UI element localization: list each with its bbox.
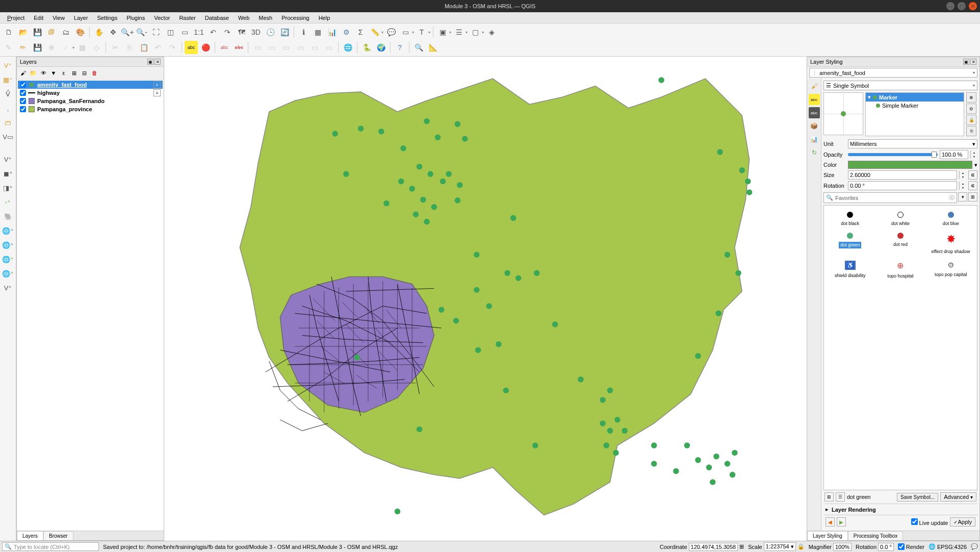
symbol-dot-blue[interactable]: dot blue bbox=[926, 210, 975, 229]
symbol-dot-white[interactable]: dot white bbox=[876, 210, 925, 229]
view-list-icon[interactable]: ☰ bbox=[836, 492, 845, 501]
add-spatialite-icon[interactable]: 🗃 bbox=[2, 116, 15, 129]
tab-layers[interactable]: Layers bbox=[17, 531, 43, 540]
tab-processing-toolbox[interactable]: Processing Toolbox bbox=[848, 531, 904, 540]
close-button[interactable]: ✕ bbox=[969, 2, 977, 10]
3d-tab-icon[interactable]: 📦 bbox=[809, 120, 820, 132]
crs-button[interactable]: 🌐 EPSG:4326 bbox=[929, 543, 967, 550]
annotation-icon[interactable]: T bbox=[415, 26, 428, 39]
python-icon[interactable]: 🐍 bbox=[360, 41, 373, 54]
new-3dview-icon[interactable]: 3D bbox=[249, 26, 263, 39]
plugin3-icon[interactable]: 📐 bbox=[426, 41, 440, 54]
add-postgis-icon[interactable]: 🐘 bbox=[2, 210, 15, 223]
layer-select[interactable]: ⋮amenity_fast_food▾ bbox=[809, 68, 977, 78]
menu-edit[interactable]: Edit bbox=[30, 14, 47, 22]
layer-checkbox[interactable] bbox=[20, 82, 26, 88]
back-icon[interactable]: ◀ bbox=[826, 517, 835, 526]
undo-icon[interactable]: ↶ bbox=[151, 41, 165, 54]
zoom-in-icon[interactable]: 🔍+ bbox=[121, 26, 134, 39]
layer-btn5-icon[interactable]: ▭ bbox=[308, 41, 321, 54]
zoom-out-icon[interactable]: 🔍- bbox=[135, 26, 148, 39]
layer-pampanga-sanfernando[interactable]: Pampanga_SanFernando bbox=[18, 97, 163, 105]
new-project-icon[interactable]: 🗋 bbox=[2, 26, 15, 39]
toggle-edit-icon[interactable]: ✏ bbox=[16, 41, 30, 54]
plugin2-icon[interactable]: 🔍 bbox=[412, 41, 425, 54]
layer-highway[interactable]: highway ≡ bbox=[18, 89, 163, 97]
layout-manager-icon[interactable]: 🗂 bbox=[59, 26, 72, 39]
menu-view[interactable]: View bbox=[48, 14, 69, 22]
expand-icon[interactable]: ⊞ bbox=[69, 68, 79, 78]
layer-btn3-icon[interactable]: ▭ bbox=[279, 41, 293, 54]
refresh-icon[interactable]: 🔄 bbox=[278, 26, 291, 39]
symbol-tree[interactable]: ▾Marker Simple Marker bbox=[865, 92, 964, 136]
symbol-style-icon[interactable]: ⊞ bbox=[968, 192, 977, 202]
labels-tab-icon[interactable]: abc bbox=[809, 94, 820, 105]
duplicate-symbol-icon[interactable]: ⎘ bbox=[966, 126, 976, 136]
layer-rendering-section[interactable]: ▸ Layer Rendering bbox=[823, 504, 977, 515]
menu-plugins[interactable]: Plugins bbox=[122, 14, 149, 22]
sigma-icon[interactable]: Σ bbox=[354, 26, 367, 39]
web-icon[interactable]: 🌍 bbox=[374, 41, 388, 54]
size-input[interactable]: 2.60000 bbox=[848, 170, 957, 180]
layer-checkbox[interactable] bbox=[20, 106, 26, 112]
layer-btn4-icon[interactable]: ▭ bbox=[294, 41, 307, 54]
new-shape-icon[interactable]: ◦⁺ bbox=[2, 195, 15, 209]
view-grid-icon[interactable]: ⊞ bbox=[824, 492, 834, 501]
size-override-icon[interactable]: ⋐ bbox=[968, 170, 977, 180]
pan-icon[interactable]: ✋ bbox=[92, 26, 106, 39]
menu-project[interactable]: PProjectroject bbox=[3, 14, 29, 22]
add-virtual2-icon[interactable]: V⁺ bbox=[2, 281, 15, 294]
menu-database[interactable]: Database bbox=[201, 14, 233, 22]
add-wcs-icon[interactable]: 🌐⁺ bbox=[2, 267, 15, 280]
live-update-check[interactable]: Live update bbox=[911, 518, 948, 526]
open-project-icon[interactable]: 📂 bbox=[16, 26, 30, 39]
close-panel-icon[interactable]: ✕ bbox=[970, 59, 976, 65]
history-tab-icon[interactable]: ↻ bbox=[809, 147, 820, 158]
renderer-select[interactable]: ☰ Single Symbol▾ bbox=[823, 81, 977, 90]
label-tool1-icon[interactable]: abc bbox=[218, 41, 231, 54]
new-spatialite-icon[interactable]: ◨⁺ bbox=[2, 181, 15, 194]
style-manager-icon[interactable]: 🎨 bbox=[73, 26, 87, 39]
scale-input[interactable]: 1:223754 ▾ bbox=[764, 542, 796, 551]
symbology-tab-icon[interactable]: 🖌 bbox=[809, 81, 820, 92]
field-calc-icon[interactable]: 📊 bbox=[325, 26, 339, 39]
opacity-slider[interactable] bbox=[848, 153, 938, 156]
maximize-button[interactable]: ▢ bbox=[958, 2, 966, 10]
new-layout-icon[interactable]: 🗊 bbox=[45, 26, 58, 39]
symbol-dot-black[interactable]: dot black bbox=[826, 210, 874, 229]
layer-indicator-icon[interactable]: ≡ bbox=[153, 81, 161, 88]
lock-icon[interactable]: 🔒 bbox=[797, 543, 805, 550]
visibility-icon[interactable]: 👁 bbox=[39, 68, 48, 78]
menu-mesh[interactable]: Mesh bbox=[254, 14, 276, 22]
layer-pampanga-province[interactable]: Pampanga_province bbox=[18, 105, 163, 113]
forward-icon[interactable]: ▶ bbox=[837, 517, 846, 526]
add-virtual-icon[interactable]: V▭ bbox=[2, 130, 15, 143]
expr-icon[interactable]: ε bbox=[59, 68, 68, 78]
diagrams-tab-icon[interactable]: 📊 bbox=[809, 134, 820, 145]
paste-icon[interactable]: 📋 bbox=[137, 41, 150, 54]
add-wfs-icon[interactable]: 🌐⁺ bbox=[2, 253, 15, 266]
rotation-input[interactable]: 0.00 ° bbox=[848, 181, 957, 190]
opacity-value[interactable]: 100.0 % bbox=[940, 150, 968, 159]
toolbox-icon[interactable]: ⚙ bbox=[340, 26, 353, 39]
add-group-icon[interactable]: 📁 bbox=[29, 68, 38, 78]
menu-raster[interactable]: Raster bbox=[175, 14, 199, 22]
select-icon[interactable]: ▭ bbox=[399, 26, 412, 39]
add-wms-icon[interactable]: 🌐⁺ bbox=[2, 224, 15, 237]
minimize-button[interactable]: — bbox=[946, 2, 955, 10]
advanced-button[interactable]: Advanced ▾ bbox=[940, 492, 976, 501]
mag-input[interactable]: 100% bbox=[833, 543, 852, 551]
save-project-icon[interactable]: 💾 bbox=[31, 26, 44, 39]
map-canvas[interactable] bbox=[164, 57, 807, 541]
label-layer-icon[interactable]: 🔴 bbox=[199, 41, 212, 54]
add-feature-icon[interactable]: ⊕ bbox=[45, 41, 58, 54]
layer-checkbox[interactable] bbox=[20, 98, 26, 104]
symbol-effect-drop-shadow[interactable]: ✸effect drop shadow bbox=[926, 231, 975, 257]
masks-tab-icon[interactable]: abc bbox=[809, 107, 820, 118]
temporal-icon[interactable]: 🕒 bbox=[264, 26, 277, 39]
deselect-icon[interactable]: ▢ bbox=[469, 26, 482, 39]
symbol-dot-red[interactable]: dot red bbox=[876, 231, 925, 257]
style-icon[interactable]: 🖌 bbox=[18, 68, 28, 78]
layer-btn6-icon[interactable]: ▭ bbox=[322, 41, 336, 54]
render-check[interactable]: Render bbox=[898, 543, 924, 550]
